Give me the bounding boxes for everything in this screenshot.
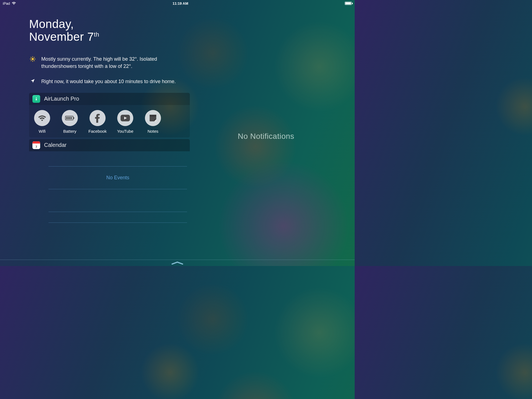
calendar-event-list: No Events <box>48 166 187 223</box>
calendar-title: Calendar <box>44 142 66 148</box>
svg-line-8 <box>34 57 35 58</box>
calendar-row <box>48 212 187 223</box>
svg-rect-17 <box>150 115 156 117</box>
battery-icon <box>345 2 352 5</box>
calendar-row: No Events <box>48 166 187 189</box>
battery-icon <box>62 110 78 126</box>
airlaunch-app-icon <box>32 95 40 103</box>
svg-line-6 <box>34 60 35 61</box>
weather-text: Mostly sunny currently. The high will be… <box>41 55 176 70</box>
shortcut-label: Facebook <box>88 129 107 134</box>
notes-icon <box>145 110 161 126</box>
shortcut-label: Wifi <box>39 129 46 134</box>
svg-rect-12 <box>68 117 69 119</box>
widget-header-calendar[interactable]: 7 Calendar <box>29 139 190 151</box>
date-month-day: November 7th <box>29 30 177 43</box>
grabber-handle[interactable] <box>171 261 184 265</box>
svg-rect-10 <box>73 117 74 119</box>
svg-rect-11 <box>66 117 67 119</box>
sun-icon <box>29 55 36 70</box>
shortcut-facebook[interactable]: Facebook <box>89 110 106 134</box>
shortcut-label: YouTube <box>117 129 134 134</box>
bottom-divider <box>0 260 355 260</box>
traffic-summary: Right now, it would take you about 10 mi… <box>29 78 176 85</box>
traffic-text: Right now, it would take you about 10 mi… <box>41 78 176 85</box>
status-bar: iPad 11:19 AM <box>0 0 355 7</box>
wifi-icon <box>12 2 16 5</box>
device-label: iPad <box>3 1 10 6</box>
airlaunch-widget-body: Wifi Battery Facebook <box>29 105 190 137</box>
date-day-name: Monday, <box>29 18 177 30</box>
airlaunch-title: AirLaunch Pro <box>44 96 79 102</box>
no-events-label: No Events <box>106 175 129 181</box>
shortcut-notes[interactable]: Notes <box>144 110 162 134</box>
facebook-icon <box>89 110 106 126</box>
youtube-icon <box>117 110 133 126</box>
shortcut-label: Battery <box>63 129 76 134</box>
date-ordinal: th <box>94 31 99 38</box>
svg-line-7 <box>31 60 31 61</box>
no-notifications-label: No Notifications <box>238 132 294 141</box>
svg-line-5 <box>31 57 31 58</box>
location-arrow-icon <box>29 78 36 85</box>
widget-header-airlaunch[interactable]: AirLaunch Pro <box>29 93 190 105</box>
calendar-app-icon: 7 <box>32 141 40 149</box>
calendar-row <box>48 189 187 212</box>
shortcut-wifi[interactable]: Wifi <box>34 110 51 134</box>
svg-rect-13 <box>69 117 70 119</box>
svg-rect-14 <box>71 117 72 119</box>
shortcut-label: Notes <box>147 129 158 134</box>
svg-point-0 <box>32 58 34 60</box>
weather-summary: Mostly sunny currently. The high will be… <box>29 55 176 70</box>
date-block: Monday, November 7th <box>29 18 177 43</box>
shortcut-youtube[interactable]: YouTube <box>117 110 134 134</box>
shortcut-battery[interactable]: Battery <box>61 110 78 134</box>
wifi-icon <box>34 110 50 126</box>
status-time: 11:19 AM <box>173 1 188 6</box>
